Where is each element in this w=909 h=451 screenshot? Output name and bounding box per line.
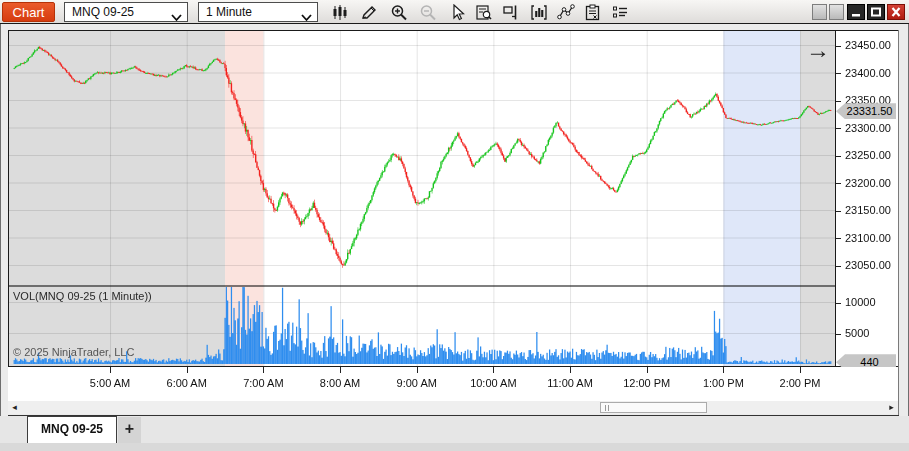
copyright-label: © 2025 NinjaTrader, LLC [13,346,134,358]
time-tick-mark [187,367,188,373]
price-tick-mark [836,156,841,157]
price-tick-label: 23100.00 [845,232,891,244]
price-tick-mark [836,46,841,47]
time-tick-mark [417,367,418,373]
chart-window-badge: Chart [2,2,55,22]
interval-dropdown-value: 1 Minute [206,5,252,19]
instrument-link-button[interactable] [812,4,827,20]
price-tick-label: 23150.00 [845,204,891,216]
chart-window: Chart MNQ 09-25 1 Minute [0,0,909,451]
scroll-right-arrow-icon[interactable]: ▸ [886,402,897,413]
time-tick-label: 8:00 AM [320,377,360,389]
add-tab-button[interactable]: + [118,417,141,443]
time-tick-label: 1:00 PM [703,377,744,389]
price-tick-mark [836,101,841,102]
interval-link-button[interactable] [829,4,844,20]
price-tick-mark [836,183,841,184]
strategies-icon[interactable] [584,4,602,21]
data-box-icon[interactable] [475,4,493,21]
price-tick-mark [836,211,841,212]
time-tick-label: 10:00 AM [470,377,516,389]
price-tick-mark [836,128,841,129]
time-tick-mark [263,367,264,373]
interval-dropdown[interactable]: 1 Minute [198,2,318,22]
tab-bar: MNQ 09-25 + [0,416,909,443]
volume-indicator-label: VOL(MNQ 09-25 (1 Minute)) [13,290,152,302]
time-tick-label: 5:00 AM [90,377,130,389]
price-axis[interactable]: 23450.0023400.0023350.0023300.0023250.00… [836,30,898,367]
time-tick-mark [723,367,724,373]
drawing-objects-icon[interactable] [557,4,575,21]
horizontal-scrollbar[interactable]: ◂ ▸ [8,401,898,414]
time-tick-mark [493,367,494,373]
instrument-dropdown[interactable]: MNQ 09-25 [64,2,188,22]
chevron-down-icon [171,9,182,27]
time-tick-label: 11:00 AM [547,377,593,389]
price-tick-label: 23200.00 [845,177,891,189]
price-tick-label: 23050.00 [845,259,891,271]
indicators-icon[interactable] [530,4,548,21]
minimize-button[interactable] [847,4,865,20]
time-tick-label: 9:00 AM [397,377,437,389]
close-button[interactable] [887,4,905,20]
scroll-left-arrow-icon[interactable]: ◂ [9,402,20,413]
chart-trader-icon[interactable] [502,4,520,21]
properties-icon[interactable] [611,4,629,21]
window-bottom-border [0,443,909,451]
time-tick-mark [110,367,111,373]
volume-tick-label: 10000 [845,296,876,308]
drawing-tools-icon[interactable] [360,4,378,21]
zoom-out-icon[interactable] [419,4,437,21]
volume-tick-mark [836,334,841,335]
price-tick-label: 23250.00 [845,149,891,161]
thumb-grip [605,405,606,411]
time-tick-label: 2:00 PM [780,377,821,389]
time-tick-mark [800,367,801,373]
price-tick-mark [836,73,841,74]
cursor-icon[interactable] [449,4,467,21]
time-tick-mark [647,367,648,373]
zoom-in-icon[interactable] [390,4,408,21]
time-tick-mark [570,367,571,373]
price-tick-label: 23400.00 [845,67,891,79]
price-tick-mark [836,266,841,267]
thumb-grip [608,405,609,411]
restore-button[interactable] [867,4,885,20]
scrollbar-thumb[interactable] [600,402,707,413]
volume-tick-label: 5000 [845,327,869,339]
time-tick-label: 12:00 PM [623,377,670,389]
time-tick-mark [340,367,341,373]
price-tick-label: 23300.00 [845,122,891,134]
axis-right-border [898,30,899,415]
chevron-down-icon [301,9,312,27]
price-volume-canvas[interactable] [9,31,835,366]
time-axis[interactable]: 5:00 AM6:00 AM7:00 AM8:00 AM9:00 AM10:00… [8,367,898,401]
price-tick-mark [836,238,841,239]
last-price-marker: 23331.50 [836,103,896,119]
instrument-dropdown-value: MNQ 09-25 [72,5,134,19]
price-tick-label: 23450.00 [845,39,891,51]
time-tick-label: 7:00 AM [243,377,283,389]
chart-plot-area[interactable]: VOL(MNQ 09-25 (1 Minute)) © 2025 NinjaTr… [8,30,836,367]
time-tick-label: 6:00 AM [167,377,207,389]
title-bar: Chart MNQ 09-25 1 Minute [0,0,909,24]
go-to-latest-arrow-icon[interactable]: → [803,37,833,65]
volume-tick-mark [836,303,841,304]
tab-mnq-09-25[interactable]: MNQ 09-25 [27,416,117,443]
chart-style-icon[interactable] [331,4,349,21]
